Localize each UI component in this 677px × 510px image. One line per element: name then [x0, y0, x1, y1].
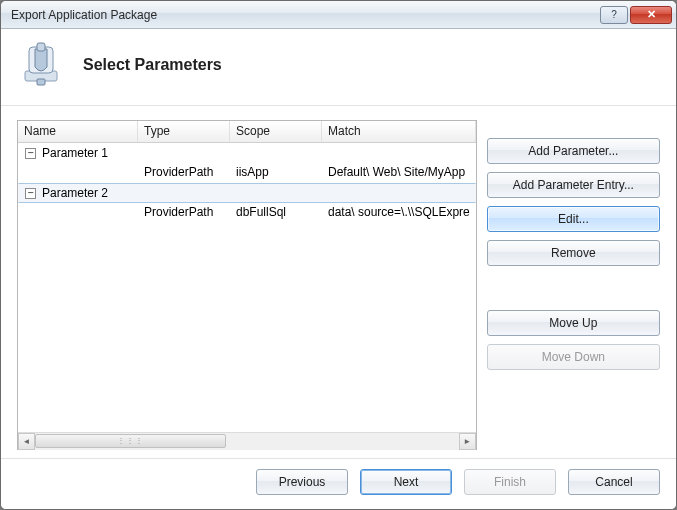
collapse-icon[interactable]: − [25, 148, 36, 159]
table-row[interactable]: − Parameter 1 [18, 143, 476, 163]
detail-type-cell: ProviderPath [138, 203, 230, 223]
svg-rect-3 [37, 79, 45, 85]
add-parameter-button[interactable]: Add Parameter... [487, 138, 660, 164]
titlebar-buttons: ? ✕ [600, 6, 672, 24]
svg-rect-2 [37, 43, 45, 51]
parameter-name: Parameter 1 [42, 144, 108, 162]
scroll-right-button[interactable]: ► [459, 433, 476, 450]
help-button[interactable]: ? [600, 6, 628, 24]
window-title: Export Application Package [11, 8, 600, 22]
button-gap [487, 274, 660, 302]
next-button[interactable]: Next [360, 469, 452, 495]
dialog-window: Export Application Package ? ✕ Select Pa… [0, 0, 677, 510]
content-area: Name Type Scope Match − Parameter 1 Prov… [1, 106, 676, 458]
move-up-button[interactable]: Move Up [487, 310, 660, 336]
column-header-type[interactable]: Type [138, 121, 230, 142]
scroll-track[interactable]: ⋮⋮⋮ [35, 433, 459, 450]
horizontal-scrollbar[interactable]: ◄ ⋮⋮⋮ ► [18, 432, 476, 449]
remove-button[interactable]: Remove [487, 240, 660, 266]
titlebar[interactable]: Export Application Package ? ✕ [1, 1, 676, 29]
grid-header: Name Type Scope Match [18, 121, 476, 143]
parameter-name: Parameter 2 [42, 184, 108, 202]
cancel-button[interactable]: Cancel [568, 469, 660, 495]
wizard-header: Select Parameters [1, 29, 676, 106]
grid-body: − Parameter 1 ProviderPath iisApp Defaul… [18, 143, 476, 432]
wizard-footer: Previous Next Finish Cancel [1, 458, 676, 509]
close-button[interactable]: ✕ [630, 6, 672, 24]
detail-match-cell: Default\ Web\ Site/MyApp [322, 163, 476, 183]
side-button-panel: Add Parameter... Add Parameter Entry... … [487, 120, 660, 450]
collapse-icon[interactable]: − [25, 188, 36, 199]
parameters-grid[interactable]: Name Type Scope Match − Parameter 1 Prov… [17, 120, 477, 450]
move-down-button: Move Down [487, 344, 660, 370]
package-icon [17, 41, 65, 89]
column-header-match[interactable]: Match [322, 121, 476, 142]
table-row[interactable]: − Parameter 2 [18, 183, 476, 203]
table-row[interactable]: ProviderPath iisApp Default\ Web\ Site/M… [18, 163, 476, 183]
detail-match-cell: data\ source=\.\\SQLExpre [322, 203, 476, 223]
table-row[interactable]: ProviderPath dbFullSql data\ source=\.\\… [18, 203, 476, 223]
previous-button[interactable]: Previous [256, 469, 348, 495]
column-header-name[interactable]: Name [18, 121, 138, 142]
page-title: Select Parameters [83, 56, 222, 74]
detail-name-cell [18, 163, 138, 183]
edit-button[interactable]: Edit... [487, 206, 660, 232]
detail-scope-cell: dbFullSql [230, 203, 322, 223]
detail-scope-cell: iisApp [230, 163, 322, 183]
column-header-scope[interactable]: Scope [230, 121, 322, 142]
scroll-left-button[interactable]: ◄ [18, 433, 35, 450]
scroll-thumb[interactable]: ⋮⋮⋮ [35, 434, 226, 448]
detail-name-cell [18, 203, 138, 223]
finish-button: Finish [464, 469, 556, 495]
detail-type-cell: ProviderPath [138, 163, 230, 183]
add-parameter-entry-button[interactable]: Add Parameter Entry... [487, 172, 660, 198]
